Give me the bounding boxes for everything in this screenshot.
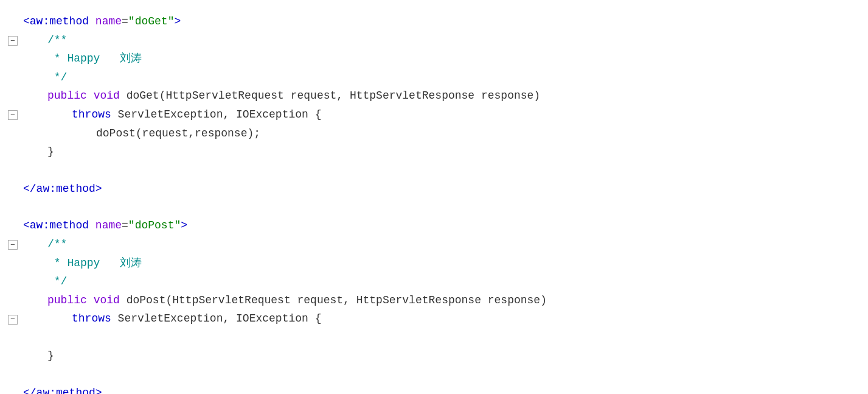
empty-line-19 bbox=[0, 365, 868, 384]
code-part-1-0: /** bbox=[47, 31, 67, 50]
code-part-4-0: public bbox=[47, 86, 87, 105]
code-line-9: </aw:method> bbox=[0, 180, 868, 199]
code-part-13-0: * Happy 刘涛 bbox=[47, 254, 142, 273]
code-part-5-1: ServletException, IOException { bbox=[111, 105, 322, 124]
code-line-13: * Happy 刘涛 bbox=[0, 254, 868, 273]
code-line-1: −/** bbox=[0, 31, 868, 50]
code-part-0-5: > bbox=[174, 12, 181, 31]
code-part-9-0: </ bbox=[23, 180, 36, 199]
code-line-7: } bbox=[0, 142, 868, 161]
code-line-16: −throws ServletException, IOException { bbox=[0, 309, 868, 328]
code-line-3: */ bbox=[0, 68, 868, 87]
code-part-11-1: aw:method bbox=[30, 216, 89, 235]
code-line-15: public void doPost(HttpServletRequest re… bbox=[0, 291, 868, 310]
code-part-12-0: /** bbox=[47, 235, 67, 254]
code-part-20-1: aw:method bbox=[36, 384, 95, 395]
empty-line-8 bbox=[0, 161, 868, 180]
code-part-2-0: * Happy 刘涛 bbox=[47, 49, 142, 68]
code-part-11-2: name bbox=[89, 216, 122, 235]
fold-marker-16[interactable]: − bbox=[8, 315, 18, 325]
code-part-4-3: doGet(HttpServletRequest request, HttpSe… bbox=[120, 86, 540, 105]
code-part-14-0: */ bbox=[47, 272, 67, 291]
code-line-6: doPost(request,response); bbox=[0, 124, 868, 143]
code-part-0-1: aw:method bbox=[30, 12, 89, 31]
code-container: <aw:method name="doGet">−/** * Happy 刘涛 … bbox=[0, 6, 868, 394]
code-line-4: public void doGet(HttpServletRequest req… bbox=[0, 86, 868, 105]
code-part-3-0: */ bbox=[47, 68, 67, 87]
code-part-4-2: void bbox=[94, 86, 120, 105]
code-part-7-0: } bbox=[47, 142, 54, 161]
code-part-18-0: } bbox=[47, 347, 54, 365]
fold-marker-1[interactable]: − bbox=[8, 36, 18, 46]
code-part-9-2: > bbox=[95, 180, 102, 199]
code-part-11-4: "doPost" bbox=[128, 216, 181, 235]
code-line-11: <aw:method name="doPost"> bbox=[0, 216, 868, 235]
code-part-11-5: > bbox=[181, 216, 187, 235]
code-part-11-0: < bbox=[23, 216, 30, 235]
code-part-4-1 bbox=[87, 86, 94, 105]
code-part-15-3: doPost(HttpServletRequest request, HttpS… bbox=[120, 291, 547, 310]
code-part-0-4: "doGet" bbox=[128, 12, 175, 31]
code-part-0-0: < bbox=[23, 12, 30, 31]
code-part-11-3: = bbox=[122, 216, 128, 235]
code-part-15-1 bbox=[87, 291, 94, 310]
code-line-18: } bbox=[0, 347, 868, 365]
code-line-2: * Happy 刘涛 bbox=[0, 49, 868, 68]
empty-line-10 bbox=[0, 198, 868, 216]
code-part-9-1: aw:method bbox=[36, 180, 95, 199]
code-line-5: −throws ServletException, IOException { bbox=[0, 105, 868, 124]
code-part-6-0: doPost(request,response); bbox=[96, 124, 260, 143]
code-part-0-2: name bbox=[89, 12, 122, 31]
code-line-12: −/** bbox=[0, 235, 868, 254]
code-part-15-0: public bbox=[47, 291, 87, 310]
fold-marker-5[interactable]: − bbox=[8, 110, 18, 120]
empty-line-17 bbox=[0, 328, 868, 347]
code-line-0: <aw:method name="doGet"> bbox=[0, 12, 868, 31]
code-part-0-3: = bbox=[122, 12, 128, 31]
code-part-20-2: > bbox=[95, 384, 102, 395]
code-part-20-0: </ bbox=[23, 384, 36, 395]
code-part-16-0: throws bbox=[72, 309, 111, 328]
code-part-16-1: ServletException, IOException { bbox=[111, 309, 322, 328]
code-part-5-0: throws bbox=[72, 105, 111, 124]
code-part-15-2: void bbox=[94, 291, 120, 310]
code-line-14: */ bbox=[0, 272, 868, 291]
fold-marker-12[interactable]: − bbox=[8, 240, 18, 250]
code-line-20: </aw:method> bbox=[0, 384, 868, 395]
